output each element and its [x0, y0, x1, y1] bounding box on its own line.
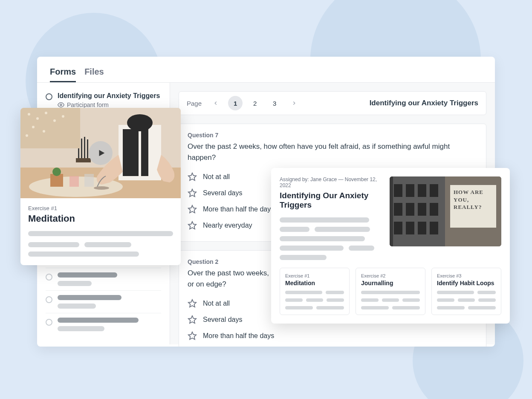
radio-icon	[46, 319, 52, 326]
question-label: Question 7	[188, 132, 477, 139]
exercise-thumbnail[interactable]	[20, 108, 181, 198]
svg-rect-17	[69, 176, 79, 187]
page-button-1[interactable]: 1	[228, 96, 243, 110]
svg-point-30	[32, 126, 35, 128]
svg-point-27	[36, 117, 39, 120]
svg-rect-39	[418, 184, 426, 197]
svg-point-26	[28, 113, 30, 116]
svg-marker-6	[188, 316, 196, 323]
svg-point-31	[43, 130, 45, 133]
svg-marker-2	[188, 189, 196, 197]
star-icon	[188, 172, 197, 182]
svg-point-0	[60, 104, 62, 106]
svg-rect-43	[418, 203, 426, 216]
svg-marker-4	[188, 222, 196, 229]
assignment-card[interactable]: Assigned by: Jane Grace — November 12, 2…	[271, 168, 510, 324]
option-nearly-everyday[interactable]: Nearly everyday	[188, 344, 477, 347]
tab-forms[interactable]: Forms	[50, 67, 76, 82]
tab-bar: Forms Files	[37, 57, 495, 82]
assignment-image: HOW ARE YOU, REALLY?	[390, 176, 501, 246]
exercise-card[interactable]: Exercise #1 Meditation	[20, 108, 181, 265]
assignment-title: Identifying Our Anxiety Triggers	[280, 191, 381, 210]
option-more-than-half[interactable]: More than half the days	[188, 328, 477, 344]
svg-point-29	[53, 119, 56, 122]
svg-rect-37	[394, 184, 402, 197]
page-label: Page	[187, 100, 202, 107]
svg-rect-46	[406, 222, 414, 234]
svg-point-32	[62, 115, 64, 118]
chevron-left-icon	[213, 100, 219, 106]
svg-rect-42	[406, 203, 414, 216]
exercise-title: Meditation	[28, 213, 173, 224]
svg-marker-1	[188, 173, 196, 180]
radio-icon	[46, 93, 52, 100]
svg-marker-7	[188, 332, 196, 339]
star-icon	[188, 299, 197, 308]
svg-marker-3	[188, 205, 196, 213]
svg-marker-34	[99, 150, 105, 156]
star-icon	[188, 331, 197, 341]
sidebar-form-title: Identifying our Anxiety Triggers	[58, 92, 160, 100]
page-bar: Page 1 2 3 Identifying our Anxiety Trigg…	[179, 91, 486, 115]
radio-icon	[46, 274, 52, 280]
page-button-2[interactable]: 2	[248, 96, 262, 110]
svg-rect-48	[430, 222, 438, 234]
question-text: Over the past 2 weeks, how often have yo…	[188, 141, 477, 163]
page-button-3[interactable]: 3	[267, 96, 282, 110]
svg-rect-18	[84, 174, 94, 187]
sidebar-form-subtitle: Participant form	[58, 101, 160, 108]
mini-card-journalling[interactable]: Exercise #2 Journalling	[356, 268, 425, 315]
exercise-label: Exercise #1	[28, 205, 173, 211]
tab-files[interactable]: Files	[84, 67, 104, 82]
mini-card-meditation[interactable]: Exercise #1 Meditation	[280, 268, 350, 315]
svg-point-33	[26, 134, 28, 137]
svg-rect-47	[418, 222, 426, 234]
radio-icon	[46, 296, 52, 303]
play-icon	[97, 148, 106, 158]
svg-rect-40	[430, 184, 438, 197]
svg-rect-45	[394, 222, 402, 234]
play-button[interactable]	[89, 141, 113, 165]
svg-rect-44	[430, 203, 438, 216]
svg-rect-38	[406, 184, 414, 197]
svg-point-28	[45, 112, 47, 114]
chevron-right-icon	[291, 100, 297, 106]
assignment-meta: Assigned by: Jane Grace — November 12, 2…	[280, 176, 381, 188]
svg-rect-49	[390, 176, 393, 246]
list-item[interactable]	[46, 290, 161, 313]
svg-point-14	[127, 114, 153, 131]
svg-rect-23	[87, 139, 88, 159]
svg-rect-21	[81, 139, 82, 159]
next-page-button[interactable]	[287, 96, 301, 110]
star-icon	[188, 315, 197, 324]
star-icon	[188, 205, 197, 214]
star-icon	[188, 221, 197, 230]
list-item[interactable]	[46, 268, 161, 290]
star-icon	[188, 188, 197, 198]
billboard-text: HOW ARE YOU, REALLY?	[454, 188, 494, 211]
svg-point-16	[52, 168, 61, 176]
mini-card-habit-loops[interactable]: Exercise #3 Identify Habit Loops	[431, 268, 501, 315]
list-item[interactable]	[46, 313, 161, 335]
page-title: Identifying our Anxiety Triggers	[370, 99, 478, 107]
prev-page-button[interactable]	[208, 96, 223, 110]
svg-marker-5	[188, 300, 196, 307]
svg-rect-24	[76, 158, 91, 162]
eye-icon	[58, 101, 64, 108]
svg-rect-41	[394, 203, 402, 216]
svg-rect-22	[84, 137, 85, 159]
svg-rect-13	[123, 129, 148, 176]
svg-point-19	[94, 186, 109, 190]
